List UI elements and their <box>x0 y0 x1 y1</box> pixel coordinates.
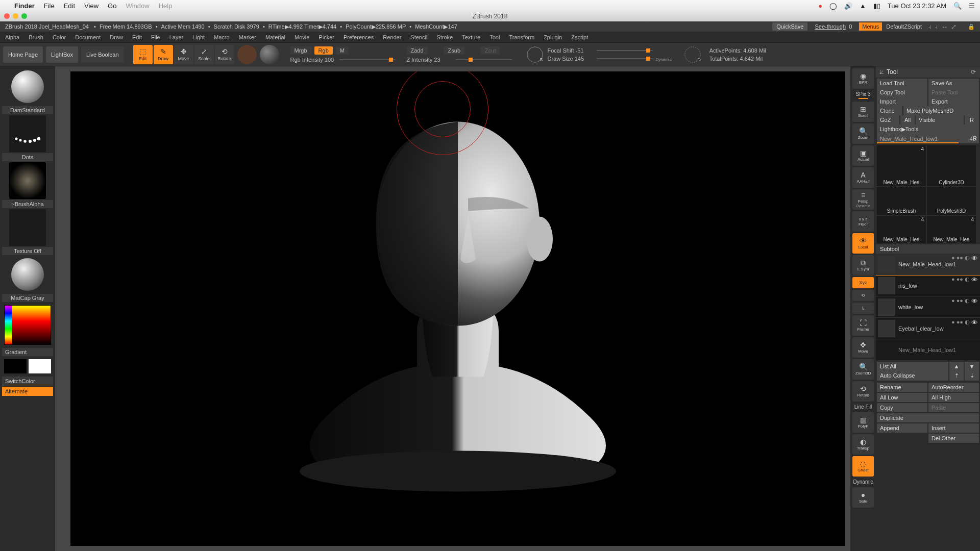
menu-stroke[interactable]: Stroke <box>436 34 453 40</box>
stroke-thumbnail[interactable] <box>9 115 46 152</box>
delother-button[interactable]: Del Other <box>928 434 979 443</box>
goz-visible-button[interactable]: Visible <box>916 115 964 124</box>
live-boolean-button[interactable]: Live Boolean <box>81 46 124 63</box>
focal-shift-value[interactable]: -51 <box>576 47 584 54</box>
subtool-header[interactable]: Subtool <box>876 244 980 254</box>
move-mode-button[interactable]: ✥Move <box>174 45 193 64</box>
zoom-button[interactable]: 🔍Zoom <box>852 123 874 144</box>
menu-light[interactable]: Light <box>192 34 205 40</box>
main-color-swatch[interactable] <box>4 359 27 373</box>
clone-button[interactable]: Clone <box>877 106 902 115</box>
menubar-battery-icon[interactable]: ▮▯ <box>873 2 880 10</box>
draw-curve-icon[interactable]: D <box>683 45 702 64</box>
menu-color[interactable]: Color <box>53 34 66 40</box>
saveas-button[interactable]: Save As <box>928 79 979 88</box>
dynamic-toggle[interactable]: Dynamic <box>656 57 672 62</box>
menu-zplugin[interactable]: Zplugin <box>544 34 562 40</box>
polyf-button[interactable]: ▦PolyF <box>852 412 874 433</box>
rgb-intensity-value[interactable]: 100 <box>325 57 334 63</box>
color-picker[interactable] <box>4 305 51 345</box>
rgb-intensity-slider[interactable] <box>339 59 396 60</box>
tool-header[interactable]: ⟀ Tool ⟳ <box>876 66 980 78</box>
focal-shift-slider[interactable] <box>597 50 653 51</box>
goz-button[interactable]: GoZ <box>877 115 899 124</box>
menu-file[interactable]: File <box>151 34 160 40</box>
load-tool-button[interactable]: Load Tool <box>877 79 927 88</box>
hue-strip[interactable] <box>5 306 12 344</box>
eye-icon[interactable]: 👁 <box>971 255 978 262</box>
menu-draw[interactable]: Draw <box>110 34 123 40</box>
menubar-menu-icon[interactable]: ☰ <box>969 2 975 10</box>
draw-size-slider[interactable] <box>597 58 653 59</box>
menubar-dot-icon[interactable]: ● <box>818 2 822 10</box>
palette-grip-icon[interactable]: ⟀ <box>880 68 884 76</box>
switchcolor-button[interactable]: SwitchColor <box>2 377 53 386</box>
allhigh-button[interactable]: All High <box>928 393 979 402</box>
mrgb-button[interactable]: Mrgb <box>290 46 311 55</box>
lightbox-button[interactable]: LightBox <box>46 46 78 63</box>
quicksave-button[interactable]: QuickSave <box>772 22 807 31</box>
seethrough-value[interactable]: 0 <box>849 23 852 30</box>
menu-layer[interactable]: Layer <box>169 34 184 40</box>
autoreorder-button[interactable]: AutoReorder <box>928 383 979 392</box>
minimize-window-icon[interactable] <box>13 13 18 19</box>
menu-tool[interactable]: Tool <box>489 34 500 40</box>
material-thumbnail[interactable] <box>11 258 44 291</box>
make-polymesh-button[interactable]: Make PolyMesh3D <box>903 106 979 115</box>
sculptris-toggle[interactable] <box>237 45 257 64</box>
bpr-button[interactable]: ◉BPR <box>852 68 874 89</box>
menu-marker[interactable]: Marker <box>239 34 256 40</box>
layout-icon-4[interactable]: ⤢ <box>951 23 957 31</box>
actual-button[interactable]: ▣Actual <box>852 145 874 166</box>
rotate-mode-button[interactable]: ⟲Rotate <box>215 45 234 64</box>
paste-button[interactable]: Paste <box>928 403 979 412</box>
menus-button[interactable]: Menus <box>859 22 882 31</box>
transp-button[interactable]: ◐Transp <box>852 434 874 455</box>
z-intensity-slider[interactable]: .slider-track[style*="23"]::after{right:… <box>456 59 512 60</box>
edit-mode-button[interactable]: ⬚Edit <box>133 45 153 64</box>
gizmo-toggle[interactable] <box>260 45 279 64</box>
z-button[interactable]: ⤹ <box>852 303 874 314</box>
brush-thumbnail[interactable] <box>11 70 44 103</box>
xyz-button[interactable]: Xyz <box>852 277 874 288</box>
tool-thumb-2[interactable]: SimpleBrush <box>877 187 926 215</box>
append-button[interactable]: Append <box>877 423 927 433</box>
menu-transform[interactable]: Transform <box>509 34 534 40</box>
export-button[interactable]: Export <box>928 97 979 106</box>
menu-texture[interactable]: Texture <box>462 34 480 40</box>
menubar-wifi-icon[interactable]: ▲ <box>860 2 866 10</box>
zoom-window-icon[interactable] <box>21 13 27 19</box>
menubar-volume-icon[interactable]: 🔊 <box>844 2 852 10</box>
gradient-label[interactable]: Gradient <box>2 348 53 356</box>
zsub-button[interactable]: Zsub <box>444 46 464 55</box>
menubar-circle-icon[interactable]: ◯ <box>829 2 837 10</box>
draw-mode-button[interactable]: ✎Draw <box>154 45 173 64</box>
spix-slider[interactable]: SPix 3 <box>856 90 871 100</box>
move-down-icon[interactable]: ⇣ <box>965 371 979 381</box>
lock-icon[interactable]: 🔒 <box>968 23 975 30</box>
z-intensity-value[interactable]: 23 <box>434 57 440 63</box>
move3d-button[interactable]: ✥Move <box>852 337 874 358</box>
mac-menu-help[interactable]: Help <box>159 2 173 10</box>
menu-alpha[interactable]: Alpha <box>5 34 19 40</box>
persp-button[interactable]: ≡PerspDynamic <box>852 189 874 210</box>
menu-brush[interactable]: Brush <box>29 34 43 40</box>
pastetool-button[interactable]: Paste Tool <box>928 88 979 97</box>
autocollapse-button[interactable]: Auto Collapse <box>877 371 948 381</box>
scale-mode-button[interactable]: ⤢Scale <box>194 45 214 64</box>
menubar-clock[interactable]: Tue Oct 23 2:32 AM <box>888 2 946 10</box>
alpha-thumbnail[interactable] <box>9 162 46 199</box>
viewport[interactable] <box>70 71 845 546</box>
frame-button[interactable]: ⛶Frame <box>852 315 874 336</box>
menu-render[interactable]: Render <box>383 34 401 40</box>
texture-thumbnail[interactable] <box>9 209 46 246</box>
copytool-button[interactable]: Copy Tool <box>877 88 927 97</box>
rotate3d-button[interactable]: ⟲Rotate <box>852 381 874 402</box>
insert-button[interactable]: Insert <box>928 423 979 433</box>
close-window-icon[interactable] <box>4 13 10 19</box>
tool-thumb-3[interactable]: PolyMesh3D <box>927 187 976 215</box>
listall-button[interactable]: List All <box>877 362 948 371</box>
mac-menu-go[interactable]: Go <box>108 2 116 10</box>
ghost-button[interactable]: ◌Ghost <box>852 456 874 477</box>
arrow-up-icon[interactable]: ▲ <box>949 362 964 371</box>
